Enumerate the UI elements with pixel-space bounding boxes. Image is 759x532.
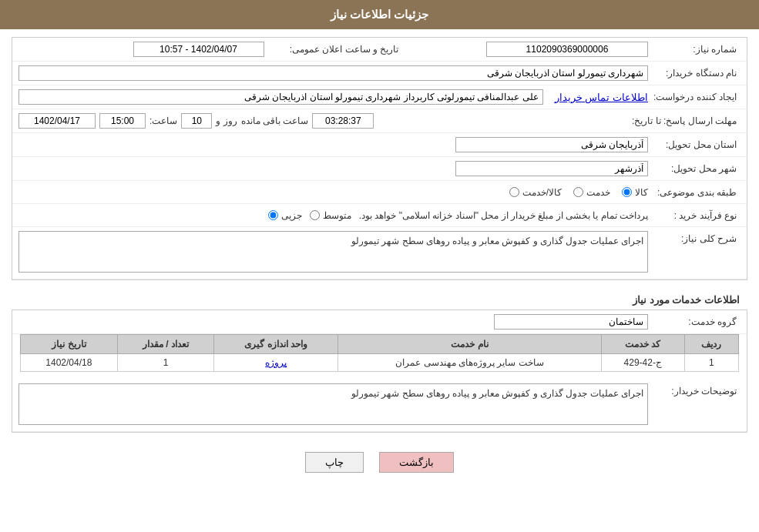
row-buyer-desc: توضیحات خریدار: (12, 380, 747, 432)
services-section-title: اطلاعات خدمات مورد نیاز (12, 288, 747, 309)
buyer-desc-textarea[interactable] (18, 383, 648, 425)
send-deadline-values: ساعت باقی مانده روز و ساعت: (18, 113, 625, 129)
col-name: نام خدمت (338, 335, 601, 354)
services-form: گروه خدمت: ردیف کد خدمت نام خدمت واحد ان… (12, 309, 747, 433)
send-days-input[interactable] (181, 113, 212, 129)
buyer-desc-label: توضیحات خریدار: (648, 383, 741, 396)
buyer-org-input[interactable] (18, 65, 648, 81)
services-table: ردیف کد خدمت نام خدمت واحد اندازه گیری ت… (20, 334, 739, 372)
main-form: شماره نیاز: تاریخ و ساعت اعلان عمومی: نا… (12, 37, 747, 280)
table-row: 1ج-42-429ساخت سایر پروژه‌های مهندسی عمرا… (21, 354, 739, 372)
radio-kala: کالا (622, 187, 648, 198)
category-khadamat-label: خدمت (586, 187, 610, 198)
city-value-cell (18, 161, 648, 176)
creator-value-cell: اطلاعات تماس خریدار (18, 89, 648, 105)
province-value-cell (18, 137, 648, 152)
radio-kala-khadamat: کالا/خدمت (509, 187, 562, 198)
row-send-deadline: مهلت ارسال پاسخ: تا تاریخ: ساعت باقی مان… (12, 109, 747, 133)
category-kala-khadamat-label: کالا/خدمت (522, 187, 562, 198)
creator-input[interactable] (18, 89, 543, 105)
service-group-value-cell (18, 314, 648, 330)
purchase-type-jozei-label: جزیی (281, 210, 302, 221)
row-need-number: شماره نیاز: تاریخ و ساعت اعلان عمومی: (12, 38, 747, 62)
send-date-input[interactable] (18, 113, 96, 129)
cell-row: 1 (684, 354, 738, 372)
button-row: بازگشت چاپ (12, 440, 747, 484)
col-code: کد خدمت (601, 335, 684, 354)
purchase-type-desc: پرداخت تمام یا بخشی از مبلغ خریدار از مح… (359, 210, 648, 221)
buyer-desc-value-cell (18, 383, 648, 427)
radio-motevaset: متوسط (310, 210, 351, 221)
category-radios: کالا/خدمت خدمت کالا (18, 187, 648, 198)
cell-unit: پروژه (214, 354, 338, 372)
row-need-desc: شرح کلی نیاز: (12, 227, 747, 279)
row-service-group: گروه خدمت: (12, 310, 747, 334)
table-body: 1ج-42-429ساخت سایر پروژه‌های مهندسی عمرا… (21, 354, 739, 372)
service-group-label: گروه خدمت: (648, 316, 741, 327)
purchase-type-label: نوع فرآیند خرید : (648, 210, 741, 221)
page-title: جزئیات اطلاعات نیاز (331, 8, 428, 21)
radio-motevaset-input[interactable] (310, 210, 320, 220)
row-creator: ایجاد کننده درخواست: اطلاعات تماس خریدار (12, 85, 747, 109)
creator-label: ایجاد کننده درخواست: (648, 92, 741, 102)
radio-jozei: جزیی (268, 210, 302, 221)
category-kala-label: کالا (635, 187, 648, 198)
page-header: جزئیات اطلاعات نیاز (0, 0, 759, 29)
countdown-label: ساعت باقی مانده (241, 115, 309, 126)
announce-date-value-cell (18, 42, 264, 57)
need-number-label: شماره نیاز: (648, 44, 741, 55)
radio-kala-input[interactable] (622, 187, 632, 197)
back-button[interactable]: بازگشت (379, 452, 454, 473)
need-desc-label: شرح کلی نیاز: (648, 231, 741, 244)
category-label: طبقه بندی موضوعی: (648, 187, 741, 198)
province-input[interactable] (455, 137, 648, 152)
content-area: شماره نیاز: تاریخ و ساعت اعلان عمومی: نا… (0, 29, 759, 492)
col-qty: تعداد / مقدار (117, 335, 214, 354)
radio-jozei-input[interactable] (268, 210, 278, 220)
send-time-input[interactable] (99, 113, 146, 129)
send-time-label: ساعت: (149, 115, 177, 126)
radio-kala-khadamat-input[interactable] (509, 187, 519, 197)
row-purchase-type: نوع فرآیند خرید : پرداخت تمام یا بخشی از… (12, 204, 747, 227)
page-wrapper: جزئیات اطلاعات نیاز شماره نیاز: تاریخ و … (0, 0, 759, 532)
table-header-row: ردیف کد خدمت نام خدمت واحد اندازه گیری ت… (21, 335, 739, 354)
buyer-org-value-cell (18, 65, 648, 81)
print-button[interactable]: چاپ (305, 452, 364, 473)
need-desc-textarea[interactable] (18, 231, 648, 273)
need-number-input[interactable] (486, 42, 648, 57)
announce-date-label: تاریخ و ساعت اعلان عمومی: (264, 44, 403, 55)
send-days-label: روز و (216, 115, 237, 126)
cell-date: 1402/04/18 (21, 354, 118, 372)
cell-code: ج-42-429 (601, 354, 684, 372)
purchase-type-values: پرداخت تمام یا بخشی از مبلغ خریدار از مح… (18, 210, 648, 221)
radio-khadamat-input[interactable] (573, 187, 583, 197)
contact-info-link[interactable]: اطلاعات تماس خریدار (555, 92, 648, 103)
row-city: شهر محل تحویل: (12, 157, 747, 181)
city-label: شهر محل تحویل: (648, 163, 741, 174)
countdown-input[interactable] (312, 113, 374, 129)
row-category: طبقه بندی موضوعی: کالا/خدمت خدمت کالا (12, 181, 747, 204)
purchase-type-motevaset-label: متوسط (323, 210, 351, 221)
city-input[interactable] (455, 161, 648, 176)
need-number-value-cell (403, 42, 649, 57)
row-province: استان محل تحویل: (12, 133, 747, 157)
cell-qty: 1 (117, 354, 214, 372)
col-unit: واحد اندازه گیری (214, 335, 338, 354)
province-label: استان محل تحویل: (648, 139, 741, 150)
cell-name: ساخت سایر پروژه‌های مهندسی عمران (338, 354, 601, 372)
row-buyer-org: نام دستگاه خریدار: (12, 62, 747, 85)
radio-khadamat: خدمت (573, 187, 610, 198)
col-date: تاریخ نیاز (21, 335, 118, 354)
announce-date-input[interactable] (133, 42, 264, 57)
table-header: ردیف کد خدمت نام خدمت واحد اندازه گیری ت… (21, 335, 739, 354)
service-group-input[interactable] (494, 314, 648, 330)
send-deadline-label: مهلت ارسال پاسخ: تا تاریخ: (625, 115, 741, 126)
need-desc-value-cell (18, 231, 648, 275)
col-row: ردیف (684, 335, 738, 354)
services-table-section: ردیف کد خدمت نام خدمت واحد اندازه گیری ت… (12, 334, 747, 380)
buyer-org-label: نام دستگاه خریدار: (648, 68, 741, 79)
